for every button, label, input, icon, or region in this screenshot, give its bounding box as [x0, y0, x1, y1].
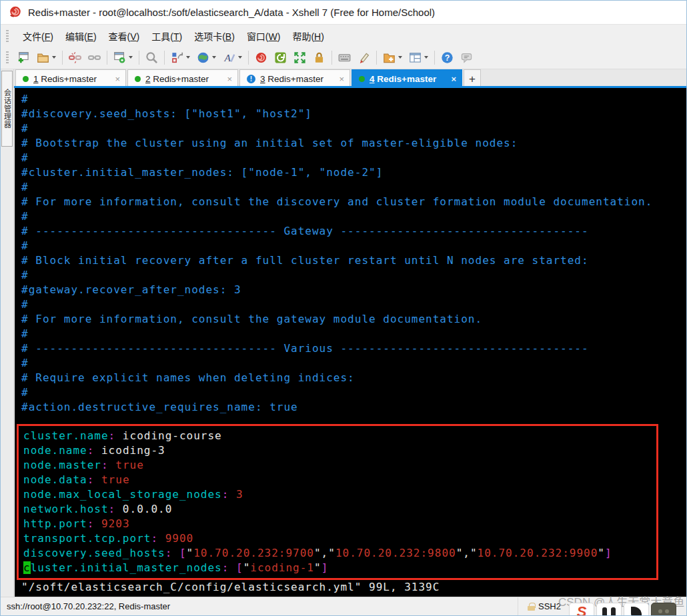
fullscreen-icon — [293, 51, 306, 64]
tab-close-icon[interactable]: × — [115, 75, 120, 83]
new-file-icon — [383, 51, 396, 64]
menu-item-b[interactable]: 选项卡(B) — [188, 27, 241, 45]
terminal-line: # Require explicit names when deleting i… — [21, 371, 686, 385]
toolbar-encoding-globe-button[interactable] — [194, 48, 219, 67]
toolbar-highlight-pen-button[interactable] — [355, 48, 373, 67]
tab-label: 3 Redis+master — [260, 74, 323, 84]
dropdown-caret-icon[interactable] — [212, 56, 216, 59]
menu-item-t[interactable]: 工具(T) — [145, 27, 188, 45]
new-tab-button[interactable]: + — [464, 69, 481, 88]
terminal-line: cluster.name: icoding-course — [23, 429, 656, 443]
dropdown-caret-icon[interactable] — [186, 56, 190, 59]
font-icon: A — [223, 51, 235, 64]
terminal-line: cluster.initial_master_nodes: ["icoding-… — [23, 561, 656, 575]
watermark-sticker-3 — [624, 603, 649, 616]
dropdown-caret-icon[interactable] — [424, 56, 428, 59]
highlight-pen-icon — [358, 51, 370, 64]
terminal-line: # — [21, 327, 686, 341]
terminal-line: node.name: icoding-3 — [23, 443, 656, 458]
svg-text:A: A — [223, 51, 231, 63]
protocol-label: SSH2 — [538, 601, 561, 611]
terminal-line: # Bootstrap the cluster using an initial… — [21, 136, 686, 151]
terminal-line: http.port: 9203 — [23, 517, 656, 531]
terminal-screen[interactable]: ##discovery.seed_hosts: ["host1", "host2… — [15, 88, 686, 597]
toolbar-reconnect-button[interactable] — [85, 48, 103, 67]
menu-item-h[interactable]: 帮助(H) — [286, 27, 329, 45]
session-tab-4[interactable]: 4 Redis+master× — [352, 69, 462, 88]
toolbar-xshell-button[interactable] — [252, 48, 270, 67]
toolbar-color-scheme-button[interactable] — [168, 48, 193, 67]
lock-screen-icon — [313, 51, 325, 64]
toolbar-new-file-button[interactable] — [380, 48, 405, 67]
xshell-icon — [255, 51, 267, 64]
menu-grip-handle[interactable] — [6, 30, 9, 42]
tab-bar: 1 Redis+master×2 Redis+master×!3 Redis+m… — [1, 69, 686, 88]
toolbar-xftp-button[interactable] — [271, 48, 289, 67]
toolbar-separator — [107, 51, 107, 65]
terminal-line: transport.tcp.port: 9900 — [23, 531, 656, 546]
terminal-line: # ---------------------------------- Gat… — [21, 224, 686, 239]
terminal-line: # For more information, consult the disc… — [21, 195, 686, 209]
menu-bar: 文件(F)编辑(E)查看(V)工具(T)选项卡(B)窗口(W)帮助(H) — [1, 25, 686, 46]
toolbar-separator — [62, 51, 63, 65]
menu-item-e[interactable]: 编辑(E) — [59, 27, 103, 45]
menu-item-v[interactable]: 查看(V) — [103, 27, 146, 45]
terminal-line: node.master: true — [23, 458, 656, 473]
watermark-sticker-4 — [651, 603, 676, 616]
terminal-line: node.max_local_storage_nodes: 3 — [23, 487, 656, 502]
tab-alert-icon: ! — [247, 75, 255, 83]
dropdown-caret-icon[interactable] — [52, 56, 56, 59]
toolbar-new-session-button[interactable] — [15, 48, 33, 67]
terminal-line: # — [21, 209, 686, 224]
toolbar-open-session-button[interactable] — [34, 48, 59, 67]
tab-label: 4 Redis+master — [370, 74, 436, 84]
session-manager-vertical-tab[interactable]: 会话管理器 — [1, 71, 13, 147]
toolbar-help-button[interactable]: ? — [438, 48, 456, 67]
xftp-icon — [274, 51, 287, 64]
session-tab-2[interactable]: 2 Redis+master× — [127, 69, 238, 88]
new-session-icon — [17, 51, 30, 64]
highlight-red-box: cluster.name: icoding-coursenode.name: i… — [17, 424, 658, 580]
toolbar-disconnect-button[interactable] — [66, 48, 84, 67]
toolbar: A? — [1, 46, 686, 69]
open-session-icon — [37, 51, 49, 64]
terminal-line: network.host: 0.0.0.0 — [23, 502, 656, 517]
toolbar-lock-screen-button[interactable] — [310, 48, 328, 67]
session-tab-1[interactable]: 1 Redis+master× — [15, 69, 126, 88]
dropdown-caret-icon[interactable] — [129, 56, 133, 59]
side-panel-strip: 会话管理器 — [1, 69, 14, 597]
dropdown-caret-icon[interactable] — [398, 56, 402, 59]
tab-connected-icon — [359, 76, 365, 82]
session-tab-3[interactable]: !3 Redis+master× — [239, 69, 350, 88]
toolbar-separator — [139, 51, 139, 65]
toolbar-virtual-keyboard-button[interactable] — [335, 48, 354, 67]
toolbar-font-button[interactable]: A — [220, 48, 245, 67]
toolbar-tile-windows-button[interactable] — [406, 48, 431, 67]
terminal-line: # ---------------------------------- Var… — [21, 341, 686, 356]
toolbar-find-button[interactable] — [143, 48, 161, 67]
terminal-line: discovery.seed_hosts: ["10.70.20.232:970… — [23, 546, 656, 561]
toolbar-session-properties-button[interactable] — [111, 48, 135, 67]
tab-close-icon[interactable]: × — [451, 75, 456, 83]
toolbar-fullscreen-button[interactable] — [291, 48, 309, 67]
toolbar-grip-handle[interactable] — [6, 51, 9, 63]
tab-label: 2 Redis+master — [145, 74, 209, 84]
virtual-keyboard-icon — [338, 51, 351, 64]
encoding-globe-icon — [197, 51, 209, 64]
dropdown-caret-icon[interactable] — [238, 56, 242, 59]
tab-label: 1 Redis+master — [33, 74, 97, 84]
menu-item-w[interactable]: 窗口(W) — [241, 27, 287, 45]
toolbar-feedback-button[interactable] — [458, 48, 476, 67]
ssh-lock-icon — [528, 603, 535, 611]
tab-close-icon[interactable]: × — [227, 75, 232, 83]
terminal-line: # Block initial recovery after a full cl… — [21, 253, 686, 268]
terminal-cursor: c — [23, 561, 31, 574]
terminal-line: # For more information, consult the gate… — [21, 312, 686, 327]
terminal-line: #cluster.initial_master_nodes: ["node-1"… — [21, 165, 686, 180]
terminal-line: #discovery.seed_hosts: ["host1", "host2"… — [21, 107, 686, 121]
menu-item-f[interactable]: 文件(F) — [17, 27, 59, 45]
terminal-line: # — [21, 121, 686, 136]
tab-close-icon[interactable]: × — [339, 75, 344, 83]
terminal-line: #gateway.recover_after_nodes: 3 — [21, 283, 686, 297]
toolbar-separator — [164, 51, 165, 65]
